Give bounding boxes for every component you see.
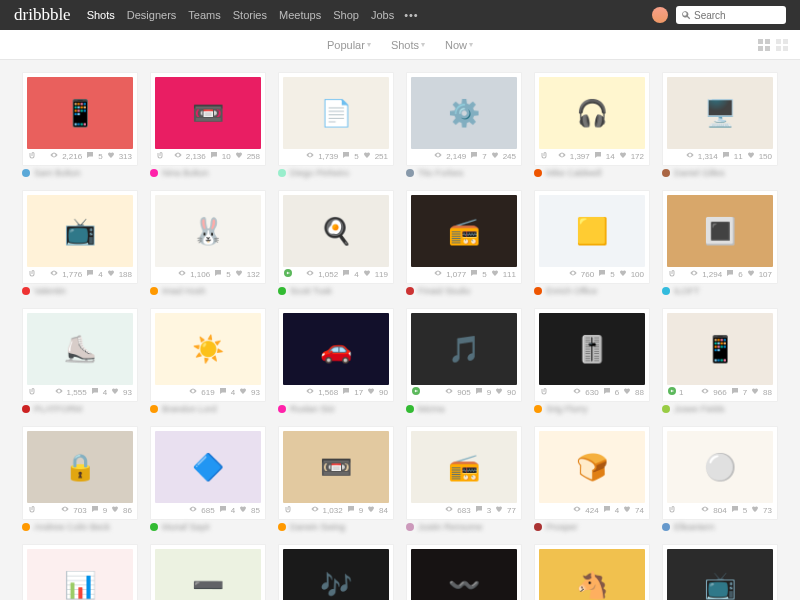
shot-thumbnail[interactable]: 📱1966788 [662, 308, 778, 402]
shot-thumbnail[interactable]: 📺 [662, 544, 778, 600]
search-box[interactable] [676, 6, 786, 24]
shot-attribution[interactable]: Sam Bolton [22, 168, 138, 178]
shot-thumbnail[interactable]: 🎵905990 [406, 308, 522, 402]
shot-thumbnail[interactable]: 🎧1,39714172 [534, 72, 650, 166]
shot-attribution[interactable]: Munaf Sayir [150, 522, 266, 532]
shot-thumbnail[interactable]: 📻1,0775111 [406, 190, 522, 284]
brand-logo[interactable]: dribbble [14, 5, 71, 25]
shot-attribution[interactable]: Srig Flurry [534, 404, 650, 414]
nav-link-designers[interactable]: Designers [127, 9, 177, 21]
author-name: Andrew Colin Beck [34, 522, 110, 532]
attachment-icon [28, 151, 36, 161]
shot-thumbnail[interactable]: 📺1,7764188 [22, 190, 138, 284]
likes-icon [491, 269, 499, 279]
shot-thumbnail[interactable]: 🐴 [534, 544, 650, 600]
nav-link-meetups[interactable]: Meetups [279, 9, 321, 21]
shot-attribution[interactable]: Brandon Lord [150, 404, 266, 414]
shot-thumbnail[interactable]: 📄1,7395251 [278, 72, 394, 166]
shot-thumbnail[interactable]: ⚪804573 [662, 426, 778, 520]
shot-attribution[interactable]: Elleantern [662, 522, 778, 532]
shot-thumbnail[interactable]: 🔒703986 [22, 426, 138, 520]
author-name: Enrich Office [546, 286, 597, 296]
shot-attribution[interactable]: Enrich Office [534, 286, 650, 296]
views-count: 760 [581, 270, 594, 279]
more-icon[interactable]: ••• [404, 9, 419, 21]
shot-attribution[interactable]: Josee Fields [662, 404, 778, 414]
comments-count: 7 [743, 388, 747, 397]
comments-icon [342, 387, 350, 397]
shot-thumbnail[interactable]: ⚙️2,1497245 [406, 72, 522, 166]
comments-count: 11 [734, 152, 743, 161]
shot-thumbnail[interactable]: 📻683377 [406, 426, 522, 520]
nav-link-stories[interactable]: Stories [233, 9, 267, 21]
shot-attribution[interactable]: Andrew Colin Beck [22, 522, 138, 532]
shot-thumbnail[interactable]: 🍞424474 [534, 426, 650, 520]
filter-popular[interactable]: Popular▾ [327, 39, 371, 51]
shot-attribution[interactable]: Mike Caldwell [534, 168, 650, 178]
shot-attribution[interactable]: Daniel Gilles [662, 168, 778, 178]
shot-thumbnail[interactable]: 🎚️630688 [534, 308, 650, 402]
views-count: 1,314 [698, 152, 718, 161]
shot-attribution[interactable]: Imad Hosh [150, 286, 266, 296]
shot-thumbnail[interactable]: ➖ [150, 544, 266, 600]
author-avatar [278, 287, 286, 295]
comments-icon [475, 505, 483, 515]
attachment-icon [284, 505, 292, 515]
shot-attribution[interactable]: Scott Tusk [278, 286, 394, 296]
comments-count: 14 [606, 152, 615, 161]
shot-card: 🐰1,1065132Imad Hosh [150, 190, 266, 296]
attachment-icon [28, 505, 36, 515]
shot-attribution[interactable]: ILOFT [662, 286, 778, 296]
filter-shots[interactable]: Shots▾ [391, 39, 425, 51]
shot-attribution[interactable]: Darwin Swing [278, 522, 394, 532]
shot-thumbnail[interactable]: 🖥️1,31411150 [662, 72, 778, 166]
shot-card: ⛸️1,555493PLATFORM [22, 308, 138, 414]
grid-small-icon[interactable] [776, 39, 788, 51]
user-avatar[interactable] [652, 7, 668, 23]
shot-thumbnail[interactable]: 📱2,2165313 [22, 72, 138, 166]
shot-thumbnail[interactable]: 📊 [22, 544, 138, 600]
shot-attribution[interactable]: Nina Bolton [150, 168, 266, 178]
shot-attribution[interactable]: Ruslan Siiz [278, 404, 394, 414]
shot-thumbnail[interactable]: 🐰1,1065132 [150, 190, 266, 284]
shot-attribution[interactable]: PLATFORM [22, 404, 138, 414]
shot-thumbnail[interactable]: 📼2,13610258 [150, 72, 266, 166]
search-input[interactable] [694, 10, 774, 21]
shot-thumbnail[interactable]: 🍳1,0524119 [278, 190, 394, 284]
shot-attribution[interactable]: Diego Pinheiro [278, 168, 394, 178]
shot-attribution[interactable]: Justin Rensome [406, 522, 522, 532]
likes-count: 245 [503, 152, 516, 161]
comments-icon [86, 269, 94, 279]
shot-thumbnail[interactable]: 📼1,032984 [278, 426, 394, 520]
likes-icon [623, 387, 631, 397]
comments-count: 4 [615, 506, 619, 515]
views-count: 424 [585, 506, 598, 515]
views-icon [50, 269, 58, 279]
shot-thumbnail[interactable]: ⛸️1,555493 [22, 308, 138, 402]
shot-card: 〰️ [406, 544, 522, 600]
shot-thumbnail[interactable]: 〰️ [406, 544, 522, 600]
comments-icon [603, 505, 611, 515]
filter-now[interactable]: Now▾ [445, 39, 473, 51]
views-count: 1,555 [67, 388, 87, 397]
shot-thumbnail[interactable]: 🎶 [278, 544, 394, 600]
shot-thumbnail[interactable]: 🔳1,2946107 [662, 190, 778, 284]
shot-thumbnail[interactable]: ☀️619493 [150, 308, 266, 402]
views-icon [434, 151, 442, 161]
shot-attribution[interactable]: Valentin [22, 286, 138, 296]
nav-link-shop[interactable]: Shop [333, 9, 359, 21]
nav-link-teams[interactable]: Teams [188, 9, 220, 21]
shot-attribution[interactable]: bitzma [406, 404, 522, 414]
shot-attribution[interactable]: Finaid Studio [406, 286, 522, 296]
shot-thumbnail[interactable]: 🟨7605100 [534, 190, 650, 284]
nav-link-shots[interactable]: Shots [87, 9, 115, 21]
shot-thumbnail[interactable]: 🔷685485 [150, 426, 266, 520]
grid-large-icon[interactable] [758, 39, 770, 51]
nav-link-jobs[interactable]: Jobs [371, 9, 394, 21]
shot-attribution[interactable]: Prosper [534, 522, 650, 532]
shot-thumbnail[interactable]: 🚗1,5681790 [278, 308, 394, 402]
comments-count: 9 [103, 506, 107, 515]
shot-attribution[interactable]: Tito Forbes [406, 168, 522, 178]
author-avatar [22, 523, 30, 531]
author-avatar [406, 405, 414, 413]
